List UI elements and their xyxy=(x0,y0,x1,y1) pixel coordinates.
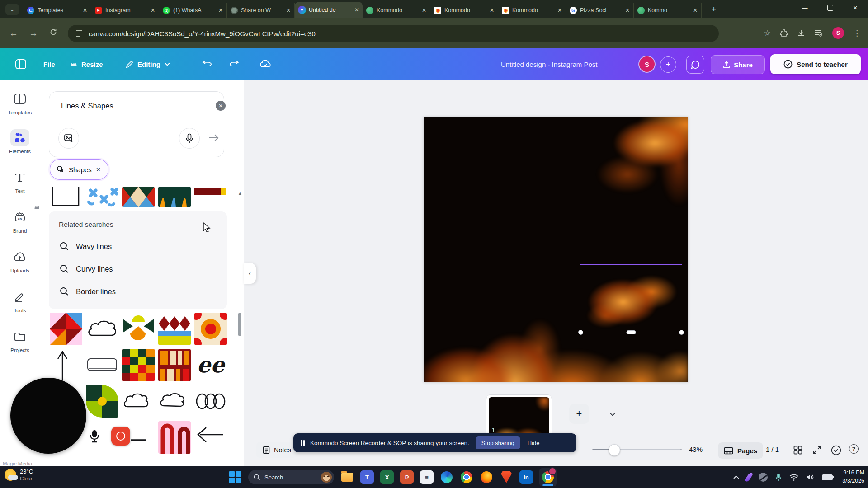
weather-widget[interactable]: 23°C Clear xyxy=(5,468,33,482)
shape-thumb-kilim-triangles[interactable] xyxy=(122,187,155,207)
shape-thumb-arrow-left[interactable] xyxy=(194,421,227,448)
recorder-mic-icon[interactable] xyxy=(89,429,100,443)
search-submit-arrow-icon[interactable] xyxy=(208,133,219,142)
shape-thumb-green-quarters[interactable] xyxy=(86,385,118,418)
taskbar-edge[interactable] xyxy=(440,470,453,484)
taskbar-firefox[interactable] xyxy=(480,470,493,484)
tray-expand-chevron[interactable] xyxy=(733,475,739,479)
zoom-slider-knob[interactable] xyxy=(609,444,620,456)
tab-close-icon[interactable] xyxy=(83,7,87,14)
reload-icon[interactable] xyxy=(43,28,63,38)
related-search-item[interactable]: Wavy lines xyxy=(49,235,227,258)
sidebar-item-tools[interactable]: Tools xyxy=(0,288,40,324)
selection-handle-bottom-left[interactable] xyxy=(578,330,583,335)
design-title[interactable]: Untitled design - Instagram Post xyxy=(501,48,597,80)
back-icon[interactable]: ← xyxy=(4,28,24,38)
tab-close-icon[interactable] xyxy=(422,7,426,14)
tray-volume-icon[interactable] xyxy=(806,474,814,481)
site-info-icon[interactable] xyxy=(76,30,83,37)
shape-thumb-pink-arcs[interactable] xyxy=(158,421,191,454)
pause-icon[interactable] xyxy=(301,440,305,446)
shape-thumb-cloud-outline[interactable] xyxy=(86,313,118,345)
record-stop-button[interactable] xyxy=(111,427,130,446)
zoom-level[interactable]: 43% xyxy=(689,446,703,453)
download-icon[interactable] xyxy=(797,29,805,37)
tab-close-icon[interactable] xyxy=(557,7,562,14)
browser-tab[interactable]: Kommodo xyxy=(430,3,498,18)
taskbar-clock[interactable]: 9:16 PM 3/3/2026 xyxy=(842,469,864,485)
tray-feather-icon[interactable] xyxy=(745,472,753,483)
browser-tab[interactable]: Kommodo xyxy=(363,3,430,18)
browser-tab[interactable]: Pizza Soci xyxy=(566,3,634,18)
shape-thumb-red-grid-pattern[interactable] xyxy=(158,349,191,381)
tray-mic-icon[interactable] xyxy=(775,473,782,482)
notes-button[interactable]: Notes xyxy=(256,442,297,458)
minimize-button[interactable]: — xyxy=(792,0,817,15)
tray-hidden-icon[interactable] xyxy=(759,473,768,482)
tab-close-icon[interactable] xyxy=(625,7,630,14)
taskbar-excel[interactable]: X xyxy=(380,470,394,484)
sidebar-item-elements[interactable]: Elements xyxy=(0,129,40,165)
related-search-item[interactable]: Border lines xyxy=(49,280,227,303)
redo-button[interactable] xyxy=(229,48,240,80)
browser-menu-icon[interactable]: ⋮ xyxy=(853,28,861,38)
fullscreen-icon[interactable] xyxy=(811,444,823,456)
shape-thumb-ee-script[interactable]: ee xyxy=(194,349,227,381)
shape-thumb-green-spikes[interactable] xyxy=(158,187,191,207)
tab-close-icon[interactable] xyxy=(693,7,698,14)
design-page[interactable] xyxy=(424,117,688,382)
browser-tab[interactable]: Share on W xyxy=(227,3,295,18)
panel-scrollbar[interactable] xyxy=(238,313,241,336)
tray-wifi-icon[interactable] xyxy=(789,474,798,481)
shape-thumb-ac-unit[interactable] xyxy=(86,349,118,381)
related-search-item[interactable]: Curvy lines xyxy=(49,258,227,280)
sidebar-item-templates[interactable]: Templates xyxy=(0,90,40,127)
filter-chip-shapes[interactable]: Shapes ✕ xyxy=(50,159,108,180)
browser-profile-avatar[interactable]: S xyxy=(832,27,844,39)
tab-search-chevron-icon[interactable]: ⌄ xyxy=(5,4,19,15)
tab-close-icon[interactable] xyxy=(151,7,155,14)
tab-close-icon[interactable] xyxy=(490,7,494,14)
home-sidebar-toggle-icon[interactable] xyxy=(15,59,26,69)
shape-thumb-abstract-leaves[interactable] xyxy=(122,313,155,345)
selection-handle-bottom-center[interactable] xyxy=(627,330,636,334)
browser-tab[interactable]: Instagram xyxy=(91,3,159,18)
selection-handle-bottom-right[interactable] xyxy=(679,330,684,335)
invite-member-button[interactable]: + xyxy=(660,56,676,73)
editing-mode-dropdown[interactable]: Editing xyxy=(126,48,170,80)
browser-tab[interactable]: Kommo xyxy=(634,3,702,18)
bookmark-star-icon[interactable]: ☆ xyxy=(764,28,771,38)
panel-collapse-button[interactable]: ‹ xyxy=(244,263,256,284)
forward-icon[interactable]: → xyxy=(24,28,43,38)
taskbar-powerpoint[interactable]: P xyxy=(400,470,414,484)
sidebar-item-uploads[interactable]: Uploads xyxy=(0,249,40,285)
hide-banner-button[interactable]: Hide xyxy=(528,440,540,446)
taskbar-file-explorer[interactable] xyxy=(340,470,354,484)
comments-button[interactable] xyxy=(686,56,704,74)
taskbar-chrome-active[interactable] xyxy=(539,468,557,486)
shape-thumb-pink-triangles[interactable] xyxy=(50,313,82,345)
collaborator-avatar[interactable]: S xyxy=(639,56,655,72)
panel-scroll-up-icon[interactable]: ▲ xyxy=(238,191,242,196)
tab-close-icon[interactable] xyxy=(354,7,359,13)
selected-flame-element[interactable] xyxy=(580,264,682,333)
close-button[interactable]: ✕ xyxy=(843,0,868,15)
sidebar-item-magic-media-label[interactable]: Magic Media xyxy=(3,461,32,466)
add-page-button[interactable]: + xyxy=(569,404,589,424)
taskbar-linkedin[interactable]: in xyxy=(519,470,533,484)
grid-view-icon[interactable] xyxy=(792,444,804,456)
chip-remove-icon[interactable]: ✕ xyxy=(96,166,101,173)
shape-thumb-red-target[interactable] xyxy=(194,313,227,345)
browser-tab[interactable]: Kommodo xyxy=(498,3,566,18)
start-button[interactable] xyxy=(228,470,242,484)
stop-sharing-button[interactable]: Stop sharing xyxy=(476,436,520,449)
page-thumbnail[interactable]: 1 xyxy=(486,394,552,438)
browser-tab[interactable]: (1) WhatsA xyxy=(159,3,227,18)
send-to-teacher-button[interactable]: Send to teacher xyxy=(770,54,861,74)
tab-close-icon[interactable] xyxy=(218,7,223,14)
save-status-cloud-icon[interactable] xyxy=(259,48,271,80)
shape-thumb-blob-outline[interactable] xyxy=(158,385,191,418)
webcam-overlay[interactable] xyxy=(10,378,86,454)
shape-thumb-square-outline[interactable] xyxy=(50,187,82,207)
undo-button[interactable] xyxy=(202,48,212,80)
